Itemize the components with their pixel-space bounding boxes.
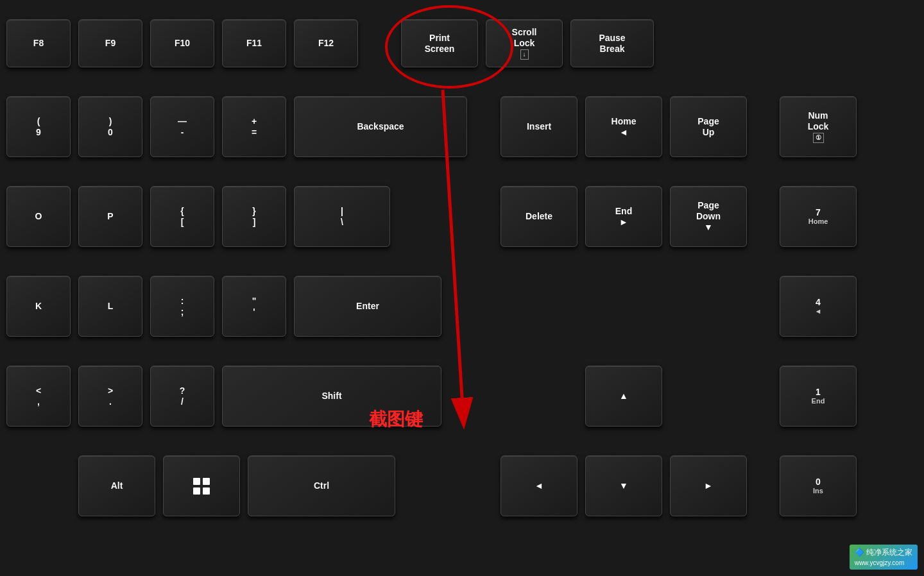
key-numlock[interactable]: Num Lock ① (780, 96, 857, 157)
key-lt[interactable]: < , (6, 366, 71, 427)
key-9[interactable]: ( 9 (6, 96, 71, 157)
key-l[interactable]: L (78, 276, 142, 337)
key-menu[interactable] (163, 455, 240, 516)
key-f9[interactable]: F9 (78, 19, 142, 67)
menu-icon (192, 477, 211, 496)
key-pageup[interactable]: Page Up (670, 96, 747, 157)
key-alt[interactable]: Alt (78, 455, 155, 516)
key-arrowdown[interactable]: ▼ (585, 455, 662, 516)
key-arrowright[interactable]: ► (670, 455, 747, 516)
key-end[interactable]: End ► (585, 186, 662, 247)
key-arrowup[interactable]: ▲ (585, 366, 662, 427)
key-shift[interactable]: Shift (222, 366, 441, 427)
key-num1[interactable]: 1 End (780, 366, 857, 427)
key-p[interactable]: P (78, 186, 142, 247)
key-gt[interactable]: > . (78, 366, 142, 427)
key-delete[interactable]: Delete (501, 186, 578, 247)
key-rbracket[interactable]: } ] (222, 186, 286, 247)
key-f11[interactable]: F11 (222, 19, 286, 67)
key-quote[interactable]: " ' (222, 276, 286, 337)
key-k[interactable]: K (6, 276, 71, 337)
svg-rect-4 (193, 487, 200, 495)
key-arrowleft[interactable]: ◄ (501, 455, 578, 516)
key-pagedown[interactable]: Page Down ▼ (670, 186, 747, 247)
keyboard-container: 截图键 F8 F9 F10 F11 F12 Print Screen Scrol… (0, 0, 924, 576)
watermark-text: 纯净系统之家 (866, 548, 912, 557)
key-insert[interactable]: Insert (501, 96, 578, 157)
key-o[interactable]: O (6, 186, 71, 247)
key-scrolllock[interactable]: Scroll Lock ↓ (486, 19, 563, 67)
key-slash[interactable]: ? / (150, 366, 214, 427)
keyboard: 截图键 F8 F9 F10 F11 F12 Print Screen Scrol… (0, 0, 924, 576)
key-home[interactable]: Home ◄ (585, 96, 662, 157)
key-num7[interactable]: 7 Home (780, 186, 857, 247)
key-ctrl[interactable]: Ctrl (248, 455, 395, 516)
svg-rect-2 (193, 478, 200, 485)
key-num4[interactable]: 4 ◄ (780, 276, 857, 337)
watermark-url: www.ycvgjzy.com (855, 559, 905, 566)
key-backslash[interactable]: | \ (294, 186, 390, 247)
svg-rect-5 (203, 487, 210, 495)
key-backspace[interactable]: Backspace (294, 96, 467, 157)
key-minus[interactable]: — - (150, 96, 214, 157)
key-lbracket[interactable]: { [ (150, 186, 214, 247)
key-f10[interactable]: F10 (150, 19, 214, 67)
watermark-icon: 🔷 (855, 548, 864, 557)
key-printscreen[interactable]: Print Screen (401, 19, 478, 67)
key-equals[interactable]: + = (222, 96, 286, 157)
key-enter[interactable]: Enter (294, 276, 441, 337)
key-f12[interactable]: F12 (294, 19, 358, 67)
watermark: 🔷 纯净系统之家 www.ycvgjzy.com (850, 545, 918, 570)
key-f8[interactable]: F8 (6, 19, 71, 67)
key-semicolon[interactable]: : ; (150, 276, 214, 337)
key-pause[interactable]: Pause Break (570, 19, 654, 67)
svg-rect-3 (203, 478, 210, 485)
key-0[interactable]: ) 0 (78, 96, 142, 157)
key-num0[interactable]: 0 Ins (780, 455, 857, 516)
